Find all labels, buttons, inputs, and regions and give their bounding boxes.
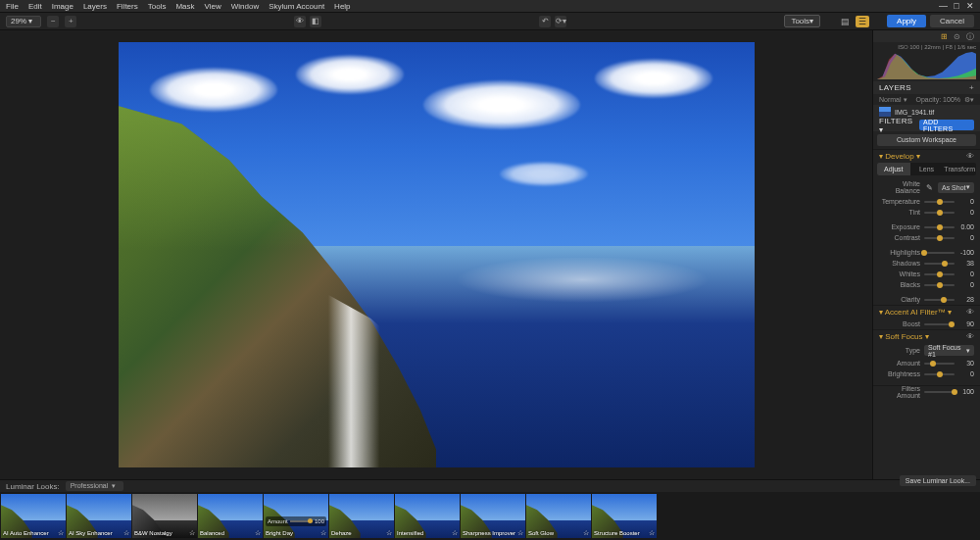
softfocus-visibility-icon[interactable]: 👁 [966,332,974,341]
accent-boost-slider[interactable] [924,323,955,325]
look-balanced[interactable]: Balanced☆ [198,494,263,538]
menu-file[interactable]: File [6,2,19,11]
look-sharpness improver[interactable]: Sharpness Improver☆ [461,494,525,538]
look-favourite-icon[interactable]: ☆ [452,529,458,537]
menu-window[interactable]: Window [231,2,259,11]
menu-mask[interactable]: Mask [175,2,194,11]
menu-image[interactable]: Image [52,2,74,11]
look-b&w nostalgy[interactable]: B&W Nostalgy☆ [132,494,197,538]
image-canvas[interactable] [0,30,872,479]
looks-preset-select[interactable]: Professional▾ [66,481,124,491]
add-filters-button[interactable]: Add Filters [919,120,974,130]
opacity-label[interactable]: Opacity: 100% [915,96,960,103]
look-favourite-icon[interactable]: ☆ [58,529,64,537]
look-favourite-icon[interactable]: ☆ [649,529,655,537]
soft-brightness-slider[interactable] [924,373,955,375]
dev-exposure-slider[interactable] [924,226,955,228]
dev-temperature-slider[interactable] [924,201,955,203]
tab-navigator-icon[interactable]: ⊙ [954,32,960,41]
dev-shadows-label: Shadows [879,260,920,267]
look-bright day[interactable]: Amount100 Bright Day☆ [264,494,328,538]
filters-header: Filters ▾ Add Filters [873,119,980,131]
cancel-button[interactable]: Cancel [930,15,974,27]
menu-view[interactable]: View [205,2,221,11]
histogram: ISO 100 | 22mm | F8 | 1/6 sec [873,42,980,81]
look-soft glow[interactable]: Soft Glow☆ [526,494,591,538]
layer-name: IMG_1941.tif [895,109,934,116]
dev-clarity-value: 28 [958,296,974,303]
compare-icon[interactable]: ◧ [310,16,321,27]
wb-select[interactable]: As Shot▾ [938,182,974,193]
window-minimize-icon[interactable]: — [939,1,947,11]
quick-preview-icon[interactable]: 👁 [294,16,306,27]
look-favourite-icon[interactable]: ☆ [189,529,195,537]
filters-amount-slider[interactable] [924,391,955,393]
window-maximize-icon[interactable]: □ [953,1,960,11]
dev-shadows-value: 38 [958,260,974,267]
softfocus-type-select[interactable]: Soft Focus #1▾ [924,345,974,356]
menu-layers[interactable]: Layers [83,2,107,11]
dev-contrast-slider[interactable] [924,237,955,239]
menu-account[interactable]: Skylum Account [269,2,324,11]
menu-filters[interactable]: Filters [117,2,138,11]
filters-amount-label: Filters Amount [879,385,920,399]
add-layer-icon[interactable]: + [969,83,974,92]
look-structure booster[interactable]: Structure Booster☆ [592,494,657,538]
dev-blacks-slider[interactable] [924,284,955,286]
history-icon[interactable]: ⟳▾ [555,16,566,27]
look-favourite-icon[interactable]: ☆ [386,529,392,537]
look-favourite-icon[interactable]: ☆ [320,529,326,537]
workspace-select[interactable]: Custom Workspace [877,134,976,146]
dev-highlights-value: -100 [958,249,974,256]
blend-mode-select[interactable]: Normal ▾ [879,96,907,104]
soft-amount-slider[interactable] [924,363,955,365]
side-panel-icon[interactable]: ☰ [856,16,869,27]
look-ai sky enhancer[interactable]: AI Sky Enhancer☆ [67,494,131,538]
accent-visibility-icon[interactable]: 👁 [966,308,974,317]
photo-preview [119,42,755,467]
save-look-button[interactable]: Save Luminar Look... [900,475,976,486]
window-close-icon[interactable]: ✕ [966,1,974,11]
look-favourite-icon[interactable]: ☆ [517,529,523,537]
look-favourite-icon[interactable]: ☆ [123,529,129,537]
zoom-select[interactable]: 29% ▾ [6,16,41,27]
softfocus-header[interactable]: ▾ Soft Focus ▾👁 [873,330,980,343]
develop-header[interactable]: ▾ Develop ▾👁 [873,150,980,163]
look-intensified[interactable]: Intensified☆ [395,494,460,538]
tools-dropdown[interactable]: Tools ▾ [784,15,820,27]
dev-shadows-slider[interactable] [924,263,955,265]
look-dehaze[interactable]: Dehaze☆ [329,494,394,538]
look-ai auto enhancer[interactable]: AI Auto Enhancer☆ [1,494,66,538]
zoom-in-button[interactable]: + [65,16,76,27]
dev-tint-value: 0 [958,209,974,216]
menu-help[interactable]: Help [334,2,350,11]
info-panel-icon[interactable]: ▤ [838,16,852,27]
tab-transform[interactable]: Transform [943,163,976,175]
look-favourite-icon[interactable]: ☆ [583,529,589,537]
dev-whites-label: Whites [879,270,920,277]
menu-edit[interactable]: Edit [28,2,42,11]
dev-tint-slider[interactable] [924,212,955,214]
accent-boost-value: 90 [958,320,974,327]
layer-thumbnail [879,107,891,117]
menu-tools[interactable]: Tools [148,2,167,11]
tab-info-icon[interactable]: ⓘ [966,31,974,42]
look-favourite-icon[interactable]: ☆ [255,529,261,537]
layer-settings-icon[interactable]: ⚙▾ [964,96,974,104]
accent-header[interactable]: ▾ Accent AI Filter™ ▾👁 [873,306,980,319]
tab-histogram-icon[interactable]: ⊞ [941,32,948,41]
layers-header: Layers+ [873,81,980,94]
dev-whites-slider[interactable] [924,273,955,275]
dev-clarity-slider[interactable] [924,299,955,301]
apply-button[interactable]: Apply [887,15,926,27]
undo-icon[interactable]: ↶ [539,16,551,27]
dev-exposure-label: Exposure [879,223,920,230]
wb-picker-icon[interactable]: ✎ [924,182,934,192]
soft-brightness-value: 0 [958,370,974,377]
develop-visibility-icon[interactable]: 👁 [966,152,974,161]
zoom-out-button[interactable]: − [47,16,59,27]
dev-clarity-label: Clarity [879,296,920,303]
tab-adjust[interactable]: Adjust [877,163,910,175]
dev-highlights-slider[interactable] [924,252,955,254]
tab-lens[interactable]: Lens [910,163,944,175]
